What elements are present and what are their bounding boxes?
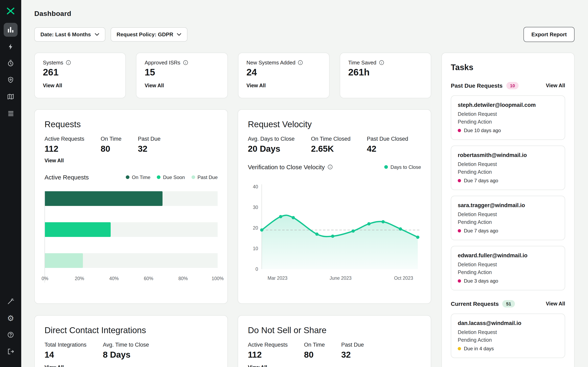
info-icon[interactable]	[183, 60, 188, 65]
stat-label-text: Time Saved	[348, 59, 376, 66]
due-status-dot	[458, 179, 461, 182]
metric-value: 80	[101, 144, 121, 154]
metric-label: Past Due	[138, 136, 160, 142]
metric-label: On Time	[304, 342, 325, 348]
sidebar-item-logout[interactable]	[4, 345, 17, 359]
svg-text:10: 10	[253, 246, 258, 251]
do-not-sell-card: Do Not Sell or Share Active Requests 112…	[238, 315, 431, 367]
metric-on-time-closed: On Time Closed 2.65K	[311, 136, 351, 154]
svg-text:20: 20	[253, 225, 258, 231]
task-card[interactable]: robertasmith@windmail.io Deletion Reques…	[451, 146, 565, 190]
sidebar-item-privacy[interactable]	[4, 73, 17, 87]
metric-label: Active Requests	[44, 136, 84, 142]
gear-icon: ⚙	[7, 314, 14, 322]
task-card[interactable]: steph.detwiler@loopmail.com Deletion Req…	[451, 95, 565, 140]
metric-value: 14	[44, 350, 86, 360]
metric-label: On Time Closed	[311, 136, 351, 142]
help-icon	[7, 331, 14, 338]
brand-logo-icon[interactable]	[4, 5, 17, 17]
velocity-metrics: Avg. Days to Close 20 Days On Time Close…	[248, 136, 421, 154]
charts-row: Requests Active Requests 112 On Time 80	[34, 109, 431, 304]
policy-filter-dropdown[interactable]: Request Policy: GDPR	[111, 27, 187, 42]
rows-icon	[7, 110, 14, 117]
legend-label: Days to Close	[390, 164, 421, 170]
stats-row: Systems 261 View All Approved ISRs 15 Vi…	[34, 53, 431, 98]
view-all-link[interactable]: View All	[43, 83, 62, 89]
view-all-link[interactable]: View All	[546, 301, 565, 307]
svg-text:Oct 2023: Oct 2023	[394, 275, 413, 281]
sidebar-item-activity[interactable]	[4, 40, 17, 53]
sidebar-item-dashboard[interactable]	[4, 23, 17, 37]
info-icon[interactable]	[298, 60, 303, 65]
sidebar-item-requests-list[interactable]	[4, 106, 17, 120]
left-column: Systems 261 View All Approved ISRs 15 Vi…	[34, 53, 431, 367]
info-icon[interactable]	[66, 60, 71, 65]
past-due-count-badge: 10	[506, 82, 519, 89]
current-requests-label: Current Requests	[451, 300, 499, 307]
info-icon[interactable]	[328, 164, 333, 170]
view-all-link[interactable]: View All	[44, 158, 64, 164]
metric-label: Past Due Closed	[367, 136, 408, 142]
stat-card-time-saved: Time Saved 261h	[340, 53, 432, 98]
stat-label: Approved ISRs	[145, 59, 219, 66]
metric-avg-time-to-close: Avg. Time to Close 8 Days	[103, 342, 149, 360]
requests-card: Requests Active Requests 112 On Time 80	[34, 109, 228, 304]
svg-text:40: 40	[253, 184, 258, 189]
metric-active-requests: Active Requests 112	[248, 342, 288, 360]
info-icon[interactable]	[379, 60, 384, 65]
integrations-metrics: Total Integrations 14 Avg. Time to Close…	[44, 342, 218, 360]
bar-track	[45, 222, 218, 237]
task-card[interactable]: dan.lacass@windmail.io Deletion Request …	[451, 314, 565, 358]
task-request-type: Deletion Request	[458, 111, 558, 117]
dashboard-screen: ⚙ Dashboard Date: Last 6 Months Request …	[0, 0, 588, 367]
date-filter-dropdown[interactable]: Date: Last 6 Months	[34, 27, 105, 42]
metric-avg-days: Avg. Days to Close 20 Days	[248, 136, 295, 154]
view-all-link[interactable]: View All	[246, 83, 266, 89]
stat-card-systems: Systems 261 View All	[34, 53, 126, 98]
stat-label: Time Saved	[348, 59, 423, 66]
logout-icon	[7, 348, 14, 355]
due-status-dot	[458, 229, 461, 233]
task-request-type: Deletion Request	[458, 212, 558, 217]
task-status: Pending Action	[458, 337, 558, 343]
metric-on-time: On Time 80	[304, 342, 325, 360]
sidebar-item-automation[interactable]	[4, 294, 17, 308]
metric-label: Total Integrations	[44, 342, 86, 348]
view-all-link[interactable]: View All	[546, 83, 565, 89]
view-all-link[interactable]: View All	[248, 365, 267, 367]
legend-dot	[157, 175, 161, 179]
x-axis-tick: 0%	[42, 276, 48, 281]
metric-value: 80	[304, 350, 325, 360]
card-title: Direct Contact Integrations	[44, 325, 218, 335]
line-chart-header: Verification to Close Velocity Days to C…	[248, 164, 421, 170]
task-request-type: Deletion Request	[458, 161, 558, 167]
sidebar-item-data-map[interactable]	[4, 90, 17, 104]
view-all-link[interactable]: View All	[145, 83, 164, 89]
shield-icon	[7, 76, 14, 83]
sidebar-item-timer[interactable]	[4, 56, 17, 70]
date-filter-label: Date: Last 6 Months	[40, 31, 91, 38]
bar-due-soon	[45, 222, 111, 237]
stat-label-text: Systems	[43, 59, 63, 66]
export-report-button[interactable]: Export Report	[524, 27, 575, 42]
sidebar-item-settings[interactable]: ⚙	[4, 311, 17, 325]
legend-dot	[191, 175, 195, 179]
line-chart-title: Verification to Close Velocity	[248, 164, 333, 170]
bar-chart-title: Active Requests	[44, 174, 89, 181]
task-due: Due in 4 days	[458, 346, 558, 351]
bar-on-time	[45, 191, 162, 206]
sidebar-item-help[interactable]	[4, 328, 17, 342]
task-card[interactable]: edward.fuller@windmail.io Deletion Reque…	[451, 246, 565, 290]
view-all-link[interactable]: View All	[44, 365, 64, 367]
metric-on-time: On Time 80	[101, 136, 121, 154]
dns-metrics: Active Requests 112 On Time 80 Past Due …	[248, 342, 421, 360]
stopwatch-icon	[7, 59, 14, 67]
metric-past-due: Past Due 32	[341, 342, 364, 360]
stat-value: 24	[246, 67, 321, 78]
stat-card-new-systems: New Systems Added 24 View All	[238, 53, 329, 98]
x-axis-tick: 40%	[109, 276, 119, 281]
velocity-card-title: Request Velocity	[248, 119, 421, 129]
stat-label-text: New Systems Added	[246, 59, 295, 66]
task-card[interactable]: sara.tragger@windmail.io Deletion Reques…	[451, 196, 565, 240]
metric-label: Avg. Days to Close	[248, 136, 295, 142]
